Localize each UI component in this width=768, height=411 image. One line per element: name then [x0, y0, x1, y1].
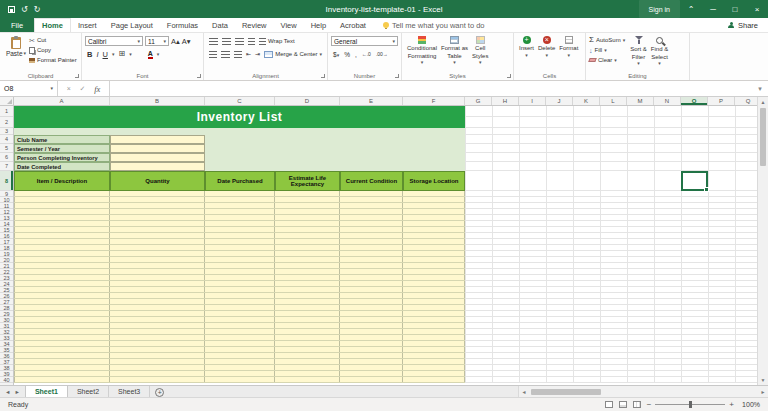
font-dialog-launcher-icon[interactable]: [197, 74, 201, 78]
cell-D30[interactable]: [275, 317, 340, 322]
normal-view-icon[interactable]: [605, 401, 613, 408]
sheet-nav-left-icon[interactable]: ◄: [5, 389, 10, 395]
sheet-tab-sheet3[interactable]: Sheet3: [109, 386, 150, 397]
cell-C17[interactable]: [205, 239, 275, 244]
grow-font-icon[interactable]: A▴: [171, 37, 180, 46]
align-center-icon[interactable]: [221, 51, 229, 58]
cell-E24[interactable]: [340, 281, 403, 286]
cell-D29[interactable]: [275, 311, 340, 316]
cell-C31[interactable]: [205, 323, 275, 328]
column-header-N[interactable]: N: [654, 97, 681, 105]
zoom-out-icon[interactable]: −: [647, 400, 652, 409]
cell-B38[interactable]: [110, 365, 205, 370]
align-right-icon[interactable]: [234, 51, 242, 58]
cell-E38[interactable]: [340, 365, 403, 370]
cell-D11[interactable]: [275, 203, 340, 208]
cell-C21[interactable]: [205, 263, 275, 268]
enter-icon[interactable]: ✓: [80, 85, 86, 93]
cell-B20[interactable]: [110, 257, 205, 262]
clipboard-dialog-launcher-icon[interactable]: [75, 74, 79, 78]
underline-button[interactable]: U: [103, 50, 108, 59]
cell-C37[interactable]: [205, 359, 275, 364]
cell-F9[interactable]: [403, 191, 465, 196]
column-header-J[interactable]: J: [546, 97, 573, 105]
cell-F34[interactable]: [403, 341, 465, 346]
row-header-3[interactable]: 3: [0, 128, 13, 135]
scroll-left-icon[interactable]: ◄: [519, 389, 529, 395]
cell-D39[interactable]: [275, 371, 340, 376]
cell-C35[interactable]: [205, 347, 275, 352]
zoom-slider-thumb[interactable]: [689, 401, 692, 408]
cell-F20[interactable]: [403, 257, 465, 262]
cell-F11[interactable]: [403, 203, 465, 208]
sheet-nav-right-icon[interactable]: ►: [14, 389, 19, 395]
cell-B36[interactable]: [110, 353, 205, 358]
cell-A27[interactable]: [14, 299, 110, 304]
comma-icon[interactable]: ,: [355, 51, 357, 58]
cell-A33[interactable]: [14, 335, 110, 340]
zoom-slider[interactable]: [655, 404, 725, 405]
cell-E34[interactable]: [340, 341, 403, 346]
cell-D13[interactable]: [275, 215, 340, 220]
column-header-M[interactable]: M: [627, 97, 654, 105]
name-box[interactable]: O8 ▾: [0, 81, 58, 96]
cell-C15[interactable]: [205, 227, 275, 232]
font-size-select[interactable]: 11▾: [145, 36, 169, 46]
table-header-5[interactable]: Current Condition: [340, 171, 403, 191]
cell-D38[interactable]: [275, 365, 340, 370]
cell-A39[interactable]: [14, 371, 110, 376]
cell-D9[interactable]: [275, 191, 340, 196]
conditional-formatting-button[interactable]: Conditional Formatting ▾: [405, 35, 439, 70]
cell-E13[interactable]: [340, 215, 403, 220]
cell-F12[interactable]: [403, 209, 465, 214]
cell-A35[interactable]: [14, 347, 110, 352]
cell-A20[interactable]: [14, 257, 110, 262]
cell-D40[interactable]: [275, 377, 340, 382]
scroll-up-icon[interactable]: ▲: [758, 97, 768, 107]
cell-D23[interactable]: [275, 275, 340, 280]
cell-F26[interactable]: [403, 293, 465, 298]
font-color-icon[interactable]: A: [148, 50, 153, 59]
column-header-C[interactable]: C: [205, 97, 275, 105]
cell-C27[interactable]: [205, 299, 275, 304]
cell-D33[interactable]: [275, 335, 340, 340]
table-header-2[interactable]: Quantity: [110, 171, 205, 191]
cell-F16[interactable]: [403, 233, 465, 238]
tab-review[interactable]: Review: [235, 18, 274, 32]
cell-B31[interactable]: [110, 323, 205, 328]
row-header-2[interactable]: 2: [0, 117, 13, 128]
sheet-tab-sheet2[interactable]: Sheet2: [68, 386, 109, 397]
cell-D20[interactable]: [275, 257, 340, 262]
align-middle-icon[interactable]: [222, 38, 231, 45]
tell-me-box[interactable]: Tell me what you want to do: [383, 18, 485, 32]
zoom-level[interactable]: 100%: [740, 401, 760, 408]
cell-styles-button[interactable]: Cell Styles ▾: [470, 35, 490, 70]
info-label-3[interactable]: Person Completing Inventory: [14, 153, 110, 162]
table-header-1[interactable]: Item / Description: [14, 171, 110, 191]
cell-D32[interactable]: [275, 329, 340, 334]
column-header-B[interactable]: B: [110, 97, 205, 105]
cell-D24[interactable]: [275, 281, 340, 286]
cell-C33[interactable]: [205, 335, 275, 340]
cell-C39[interactable]: [205, 371, 275, 376]
row-header-7[interactable]: 7: [0, 162, 13, 171]
cell-E23[interactable]: [340, 275, 403, 280]
cell-E11[interactable]: [340, 203, 403, 208]
row-header-5[interactable]: 5: [0, 144, 13, 153]
format-as-table-button[interactable]: Format as Table ▾: [439, 35, 470, 70]
cell-A22[interactable]: [14, 269, 110, 274]
cell-D36[interactable]: [275, 353, 340, 358]
cut-button[interactable]: ✂Cut: [29, 35, 77, 45]
cell-A16[interactable]: [14, 233, 110, 238]
ribbon-options-icon[interactable]: ⌃: [680, 0, 702, 18]
cell-C25[interactable]: [205, 287, 275, 292]
column-header-A[interactable]: A: [14, 97, 110, 105]
cell-F30[interactable]: [403, 317, 465, 322]
table-header-6[interactable]: Storage Location: [403, 171, 465, 191]
cell-F28[interactable]: [403, 305, 465, 310]
cell-D14[interactable]: [275, 221, 340, 226]
cell-F24[interactable]: [403, 281, 465, 286]
cell-B15[interactable]: [110, 227, 205, 232]
tab-home[interactable]: Home: [34, 18, 71, 32]
cell-C24[interactable]: [205, 281, 275, 286]
